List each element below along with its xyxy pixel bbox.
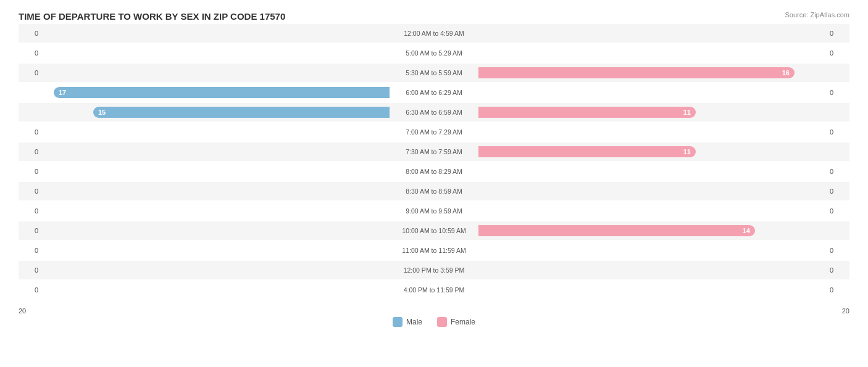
male-value: 0	[19, 266, 42, 274]
time-label: 7:30 AM to 7:59 AM	[406, 148, 462, 155]
female-value: 0	[826, 286, 849, 294]
male-bar-label: 17	[59, 89, 66, 96]
legend-female-label: Female	[451, 318, 475, 326]
male-value: 0	[19, 148, 42, 155]
female-value: 0	[826, 89, 849, 96]
male-value: 0	[19, 207, 42, 215]
time-label: 12:00 AM to 4:59 AM	[404, 30, 464, 37]
female-bar-wrap: 16	[434, 64, 795, 82]
female-bar-wrap: 14	[434, 221, 755, 240]
male-value: 0	[19, 247, 42, 254]
male-value: 0	[19, 168, 42, 175]
female-bar: 11	[478, 107, 696, 118]
legend: Male Female	[19, 317, 849, 327]
female-bar-label: 16	[782, 69, 790, 76]
bars-section: 8:00 AM to 8:29 AM	[42, 162, 826, 181]
male-bar-wrap: 15	[93, 103, 434, 122]
time-label: 9:00 AM to 9:59 AM	[406, 207, 462, 215]
legend-female: Female	[437, 317, 475, 327]
time-label: 10:00 AM to 10:59 AM	[402, 227, 465, 234]
time-label: 5:30 AM to 5:59 AM	[406, 69, 462, 76]
time-label: 5:00 AM to 5:29 AM	[406, 49, 462, 57]
axis-left: 20	[19, 307, 26, 315]
female-bar-label: 11	[683, 148, 691, 155]
male-value: 0	[19, 227, 42, 234]
time-label: 6:00 AM to 6:29 AM	[406, 89, 462, 96]
bars-section: 9:00 AM to 9:59 AM	[42, 202, 826, 220]
chart-row: 04:00 PM to 11:59 PM0	[19, 281, 849, 299]
bars-section: 6:00 AM to 6:29 AM17	[42, 83, 826, 102]
male-bar: 15	[93, 107, 390, 118]
female-bar-label: 11	[683, 109, 691, 116]
female-value: 0	[826, 30, 849, 37]
legend-male-label: Male	[406, 318, 422, 326]
chart-title: TIME OF DEPARTURE TO WORK BY SEX IN ZIP …	[19, 11, 849, 22]
chart-container: TIME OF DEPARTURE TO WORK BY SEX IN ZIP …	[0, 0, 868, 367]
female-bar-label: 14	[743, 227, 750, 234]
axis-labels: 20 20	[19, 307, 849, 315]
female-value: 0	[826, 247, 849, 254]
female-bar: 14	[478, 225, 755, 236]
chart-row: 6:00 AM to 6:29 AM170	[19, 83, 849, 102]
bars-section: 12:00 PM to 3:59 PM	[42, 261, 826, 279]
axis-right: 20	[842, 307, 849, 315]
bars-section: 12:00 AM to 4:59 AM	[42, 24, 826, 43]
time-label: 8:30 AM to 8:59 AM	[406, 188, 462, 195]
time-label: 7:00 AM to 7:29 AM	[406, 128, 462, 136]
male-value: 0	[19, 128, 42, 136]
female-bar-wrap: 11	[434, 142, 696, 161]
female-value: 0	[826, 266, 849, 274]
bars-section: 5:00 AM to 5:29 AM	[42, 44, 826, 62]
chart-row: 05:30 AM to 5:59 AM16	[19, 64, 849, 82]
chart-row: 012:00 AM to 4:59 AM0	[19, 24, 849, 43]
bars-section: 5:30 AM to 5:59 AM16	[42, 64, 826, 82]
chart-row: 07:30 AM to 7:59 AM11	[19, 142, 849, 161]
chart-area: 012:00 AM to 4:59 AM005:00 AM to 5:29 AM…	[19, 24, 849, 306]
female-bar-wrap: 11	[434, 103, 696, 122]
time-label: 12:00 PM to 3:59 PM	[404, 266, 465, 274]
chart-row: 07:00 AM to 7:29 AM0	[19, 123, 849, 141]
chart-row: 09:00 AM to 9:59 AM0	[19, 202, 849, 220]
bars-section: 6:30 AM to 6:59 AM1511	[42, 103, 826, 122]
legend-male: Male	[393, 317, 422, 327]
male-bar-wrap: 17	[54, 83, 434, 102]
chart-row: 010:00 AM to 10:59 AM14	[19, 221, 849, 240]
legend-male-box	[393, 317, 403, 327]
chart-row: 08:00 AM to 8:29 AM0	[19, 162, 849, 181]
time-label: 6:30 AM to 6:59 AM	[406, 109, 462, 116]
chart-row: 012:00 PM to 3:59 PM0	[19, 261, 849, 279]
female-value: 0	[826, 49, 849, 57]
male-value: 0	[19, 49, 42, 57]
legend-female-box	[437, 317, 447, 327]
time-label: 11:00 AM to 11:59 AM	[402, 247, 465, 254]
bars-section: 7:30 AM to 7:59 AM11	[42, 142, 826, 161]
chart-row: 08:30 AM to 8:59 AM0	[19, 182, 849, 200]
male-bar: 17	[54, 87, 390, 98]
female-value: 0	[826, 207, 849, 215]
bars-section: 4:00 PM to 11:59 PM	[42, 281, 826, 299]
time-label: 4:00 PM to 11:59 PM	[404, 286, 465, 294]
time-label: 8:00 AM to 8:29 AM	[406, 168, 462, 175]
male-value: 0	[19, 69, 42, 76]
chart-source: Source: ZipAtlas.com	[785, 11, 849, 19]
female-value: 0	[826, 128, 849, 136]
bars-section: 8:30 AM to 8:59 AM	[42, 182, 826, 200]
bars-section: 11:00 AM to 11:59 AM	[42, 241, 826, 260]
male-value: 0	[19, 286, 42, 294]
bars-section: 10:00 AM to 10:59 AM14	[42, 221, 826, 240]
chart-row: 6:30 AM to 6:59 AM1511	[19, 103, 849, 122]
chart-row: 05:00 AM to 5:29 AM0	[19, 44, 849, 62]
female-value: 0	[826, 168, 849, 175]
bars-section: 7:00 AM to 7:29 AM	[42, 123, 826, 141]
male-value: 0	[19, 188, 42, 195]
male-bar-label: 15	[98, 109, 106, 116]
female-value: 0	[826, 188, 849, 195]
chart-row: 011:00 AM to 11:59 AM0	[19, 241, 849, 260]
female-bar: 11	[478, 146, 696, 157]
female-bar: 16	[478, 67, 795, 78]
male-value: 0	[19, 30, 42, 37]
